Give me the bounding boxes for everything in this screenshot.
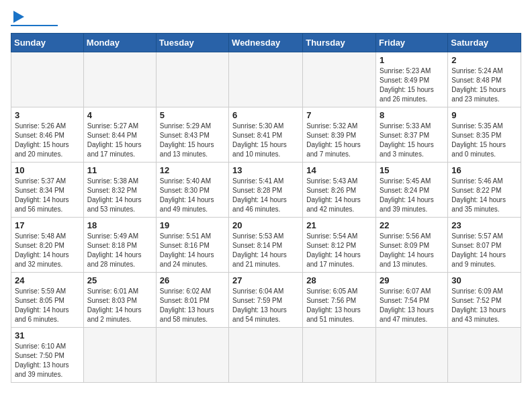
day-info: Sunrise: 5:23 AM Sunset: 8:49 PM Dayligh… [380,66,444,104]
day-info: Sunrise: 5:56 AM Sunset: 8:09 PM Dayligh… [380,232,444,269]
calendar-day-cell: 24Sunrise: 5:59 AM Sunset: 8:05 PM Dayli… [11,273,84,328]
day-number: 17 [15,220,80,230]
day-number: 11 [87,165,152,175]
day-info: Sunrise: 5:30 AM Sunset: 8:41 PM Dayligh… [232,122,299,159]
day-number: 29 [380,275,444,285]
day-info: Sunrise: 5:32 AM Sunset: 8:39 PM Dayligh… [306,122,372,159]
day-number: 2 [451,55,517,65]
calendar-day-cell [83,52,156,107]
calendar-header-sunday: Sunday [11,34,84,52]
calendar-day-cell [83,328,156,383]
calendar-header-saturday: Saturday [448,34,521,52]
day-number: 30 [451,275,517,285]
day-info: Sunrise: 6:09 AM Sunset: 7:52 PM Dayligh… [451,287,517,324]
calendar-day-cell: 31Sunrise: 6:10 AM Sunset: 7:50 PM Dayli… [11,328,84,383]
day-info: Sunrise: 6:10 AM Sunset: 7:50 PM Dayligh… [15,342,80,379]
day-info: Sunrise: 5:37 AM Sunset: 8:34 PM Dayligh… [15,177,80,214]
day-info: Sunrise: 5:57 AM Sunset: 8:07 PM Dayligh… [451,232,517,269]
calendar-header-row: SundayMondayTuesdayWednesdayThursdayFrid… [11,34,521,52]
calendar-day-cell: 28Sunrise: 6:05 AM Sunset: 7:56 PM Dayli… [303,273,376,328]
calendar-day-cell [156,52,228,107]
day-number: 1 [380,55,444,65]
calendar-day-cell: 7Sunrise: 5:32 AM Sunset: 8:39 PM Daylig… [303,107,376,163]
day-info: Sunrise: 6:02 AM Sunset: 8:01 PM Dayligh… [160,287,225,324]
day-number: 26 [160,275,225,285]
day-number: 22 [380,220,444,230]
logo-underline [11,25,58,26]
calendar-day-cell: 12Sunrise: 5:40 AM Sunset: 8:30 PM Dayli… [156,163,228,218]
day-info: Sunrise: 5:51 AM Sunset: 8:16 PM Dayligh… [160,232,225,269]
day-number: 14 [306,165,372,175]
calendar-day-cell: 22Sunrise: 5:56 AM Sunset: 8:09 PM Dayli… [376,218,448,273]
calendar-day-cell: 3Sunrise: 5:26 AM Sunset: 8:46 PM Daylig… [11,107,84,163]
calendar-day-cell [11,52,84,107]
day-number: 4 [87,110,152,120]
calendar-day-cell: 2Sunrise: 5:24 AM Sunset: 8:48 PM Daylig… [448,52,521,107]
calendar-week-row: 31Sunrise: 6:10 AM Sunset: 7:50 PM Dayli… [11,328,521,383]
calendar-day-cell: 15Sunrise: 5:45 AM Sunset: 8:24 PM Dayli… [376,163,448,218]
calendar-day-cell: 23Sunrise: 5:57 AM Sunset: 8:07 PM Dayli… [448,218,521,273]
day-number: 16 [451,165,517,175]
calendar-week-row: 10Sunrise: 5:37 AM Sunset: 8:34 PM Dayli… [11,163,521,218]
day-info: Sunrise: 6:04 AM Sunset: 7:59 PM Dayligh… [232,287,299,324]
day-info: Sunrise: 5:54 AM Sunset: 8:12 PM Dayligh… [306,232,372,269]
day-number: 10 [15,165,80,175]
calendar-day-cell: 20Sunrise: 5:53 AM Sunset: 8:14 PM Dayli… [229,218,303,273]
day-number: 18 [87,220,152,230]
calendar-day-cell: 8Sunrise: 5:33 AM Sunset: 8:37 PM Daylig… [376,107,448,163]
day-number: 7 [306,110,372,120]
day-info: Sunrise: 5:48 AM Sunset: 8:20 PM Dayligh… [15,232,80,269]
calendar-day-cell [448,328,521,383]
calendar-header-monday: Monday [83,34,156,52]
day-info: Sunrise: 5:49 AM Sunset: 8:18 PM Dayligh… [87,232,152,269]
day-info: Sunrise: 5:53 AM Sunset: 8:14 PM Dayligh… [232,232,299,269]
day-info: Sunrise: 5:46 AM Sunset: 8:22 PM Dayligh… [451,177,517,214]
day-info: Sunrise: 5:29 AM Sunset: 8:43 PM Dayligh… [160,122,225,159]
calendar-week-row: 17Sunrise: 5:48 AM Sunset: 8:20 PM Dayli… [11,218,521,273]
day-info: Sunrise: 5:33 AM Sunset: 8:37 PM Dayligh… [380,122,444,159]
calendar-week-row: 1Sunrise: 5:23 AM Sunset: 8:49 PM Daylig… [11,52,521,107]
day-info: Sunrise: 5:43 AM Sunset: 8:26 PM Dayligh… [306,177,372,214]
day-number: 21 [306,220,372,230]
day-info: Sunrise: 5:24 AM Sunset: 8:48 PM Dayligh… [451,66,517,104]
day-number: 25 [87,275,152,285]
day-number: 13 [232,165,299,175]
day-number: 6 [232,110,299,120]
day-number: 12 [160,165,225,175]
day-info: Sunrise: 5:59 AM Sunset: 8:05 PM Dayligh… [15,287,80,324]
day-number: 5 [160,110,225,120]
day-info: Sunrise: 5:40 AM Sunset: 8:30 PM Dayligh… [160,177,225,214]
day-info: Sunrise: 5:26 AM Sunset: 8:46 PM Dayligh… [15,122,80,159]
logo-area [11,11,58,26]
calendar-day-cell [376,328,448,383]
day-info: Sunrise: 6:05 AM Sunset: 7:56 PM Dayligh… [306,287,372,324]
day-number: 24 [15,275,80,285]
calendar-table: SundayMondayTuesdayWednesdayThursdayFrid… [11,33,521,383]
day-number: 23 [451,220,517,230]
calendar-day-cell: 27Sunrise: 6:04 AM Sunset: 7:59 PM Dayli… [229,273,303,328]
day-number: 3 [15,110,80,120]
calendar-day-cell: 9Sunrise: 5:35 AM Sunset: 8:35 PM Daylig… [448,107,521,163]
day-info: Sunrise: 6:07 AM Sunset: 7:54 PM Dayligh… [380,287,444,324]
logo-triangle-icon [13,11,24,23]
calendar-header-thursday: Thursday [303,34,376,52]
day-info: Sunrise: 5:45 AM Sunset: 8:24 PM Dayligh… [380,177,444,214]
header [11,11,521,26]
calendar-day-cell [229,328,303,383]
day-info: Sunrise: 5:35 AM Sunset: 8:35 PM Dayligh… [451,122,517,159]
day-info: Sunrise: 5:38 AM Sunset: 8:32 PM Dayligh… [87,177,152,214]
day-info: Sunrise: 6:01 AM Sunset: 8:03 PM Dayligh… [87,287,152,324]
calendar-header-tuesday: Tuesday [156,34,228,52]
calendar-day-cell: 4Sunrise: 5:27 AM Sunset: 8:44 PM Daylig… [83,107,156,163]
calendar-week-row: 3Sunrise: 5:26 AM Sunset: 8:46 PM Daylig… [11,107,521,163]
calendar-day-cell [156,328,228,383]
calendar-day-cell [303,328,376,383]
calendar-day-cell: 16Sunrise: 5:46 AM Sunset: 8:22 PM Dayli… [448,163,521,218]
calendar-day-cell [229,52,303,107]
calendar-day-cell: 17Sunrise: 5:48 AM Sunset: 8:20 PM Dayli… [11,218,84,273]
calendar-day-cell [303,52,376,107]
calendar-day-cell: 21Sunrise: 5:54 AM Sunset: 8:12 PM Dayli… [303,218,376,273]
calendar-day-cell: 25Sunrise: 6:01 AM Sunset: 8:03 PM Dayli… [83,273,156,328]
day-number: 15 [380,165,444,175]
calendar-day-cell: 6Sunrise: 5:30 AM Sunset: 8:41 PM Daylig… [229,107,303,163]
